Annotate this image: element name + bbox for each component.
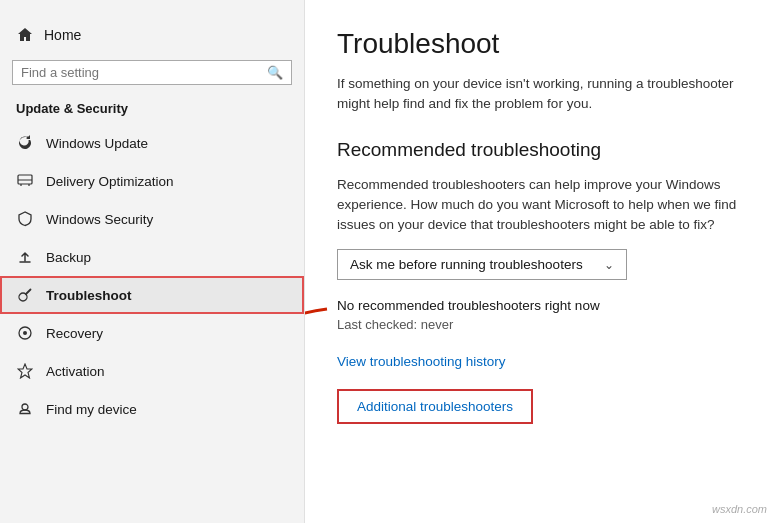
delivery-icon <box>16 172 34 190</box>
sidebar-item-label: Windows Update <box>46 136 148 151</box>
watermark: wsxdn.com <box>712 503 767 515</box>
no-troubleshooters-text: No recommended troubleshooters right now <box>337 298 743 313</box>
find-icon <box>16 400 34 418</box>
sidebar-item-find-my-device[interactable]: Find my device <box>0 390 304 428</box>
sidebar-item-label: Recovery <box>46 326 103 341</box>
sidebar-item-label: Delivery Optimization <box>46 174 174 189</box>
troubleshoot-dropdown[interactable]: Ask me before running troubleshooters ⌄ <box>337 249 627 280</box>
sidebar-item-home[interactable]: Home <box>0 16 304 54</box>
update-icon <box>16 134 34 152</box>
search-box[interactable]: 🔍 <box>12 60 292 85</box>
sidebar-item-label: Windows Security <box>46 212 153 227</box>
nav-items: Windows Update Delivery Optimization Win… <box>0 124 304 428</box>
search-icon[interactable]: 🔍 <box>267 65 283 80</box>
rec-section-title: Recommended troubleshooting <box>337 139 743 161</box>
home-label: Home <box>44 27 81 43</box>
security-icon <box>16 210 34 228</box>
sidebar-item-windows-security[interactable]: Windows Security <box>0 200 304 238</box>
svg-point-3 <box>23 331 27 335</box>
main-content: Troubleshoot If something on your device… <box>305 0 775 523</box>
rec-description: Recommended troubleshooters can help imp… <box>337 175 743 236</box>
backup-icon <box>16 248 34 266</box>
sidebar-item-windows-update[interactable]: Windows Update <box>0 124 304 162</box>
sidebar-item-label: Find my device <box>46 402 137 417</box>
home-icon <box>16 26 34 44</box>
sidebar: Home 🔍 Update & Security Windows Update … <box>0 0 305 523</box>
recovery-icon <box>16 324 34 342</box>
svg-point-5 <box>22 404 28 410</box>
sidebar-item-label: Troubleshoot <box>46 288 132 303</box>
sidebar-item-troubleshoot[interactable]: Troubleshoot <box>0 276 304 314</box>
search-input[interactable] <box>21 65 261 80</box>
sidebar-item-label: Backup <box>46 250 91 265</box>
view-history-link[interactable]: View troubleshooting history <box>337 354 743 369</box>
sidebar-item-delivery-optimization[interactable]: Delivery Optimization <box>0 162 304 200</box>
additional-troubleshooters-button[interactable]: Additional troubleshooters <box>337 389 533 424</box>
description: If something on your device isn't workin… <box>337 74 743 115</box>
sidebar-item-recovery[interactable]: Recovery <box>0 314 304 352</box>
activation-icon <box>16 362 34 380</box>
sidebar-item-activation[interactable]: Activation <box>0 352 304 390</box>
section-title: Update & Security <box>0 95 304 124</box>
last-checked-text: Last checked: never <box>337 317 743 332</box>
chevron-down-icon: ⌄ <box>604 258 614 272</box>
svg-marker-4 <box>18 364 32 378</box>
dropdown-value: Ask me before running troubleshooters <box>350 257 583 272</box>
sidebar-item-label: Activation <box>46 364 105 379</box>
sidebar-item-backup[interactable]: Backup <box>0 238 304 276</box>
page-title: Troubleshoot <box>337 28 743 60</box>
troubleshoot-icon <box>16 286 34 304</box>
sidebar-header <box>0 0 304 16</box>
